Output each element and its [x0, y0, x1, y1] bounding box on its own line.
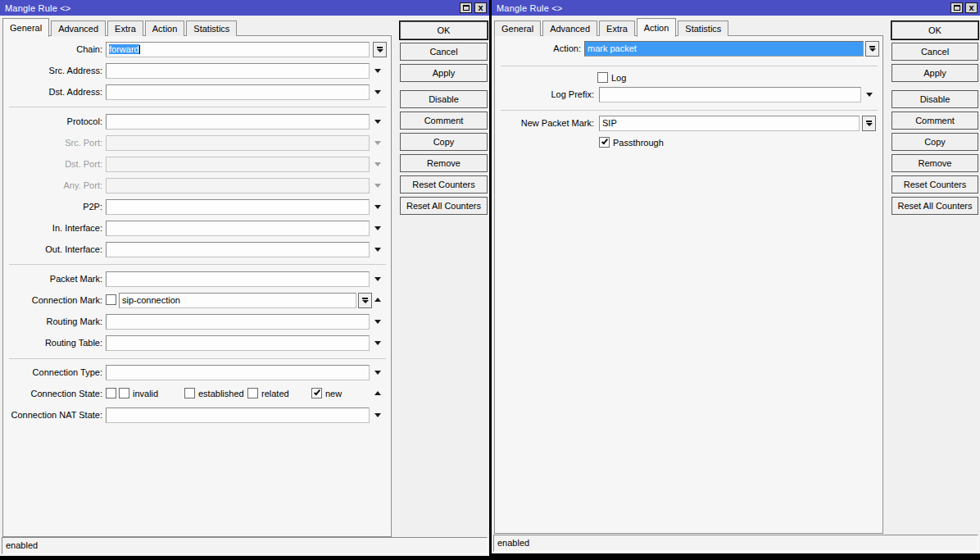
- dst-address-input[interactable]: [106, 84, 370, 100]
- maximize-button[interactable]: [951, 2, 963, 13]
- connection-state-new-checkbox[interactable]: [311, 388, 322, 398]
- connection-nat-state-input[interactable]: [106, 407, 370, 423]
- remove-button[interactable]: Remove: [892, 154, 978, 172]
- tab-statistics[interactable]: Statistics: [678, 20, 728, 36]
- log-prefix-input[interactable]: [599, 87, 861, 102]
- connection-type-input[interactable]: [106, 365, 370, 380]
- apply-button[interactable]: Apply: [400, 64, 488, 82]
- log-checkbox[interactable]: [597, 72, 608, 83]
- dst-port-row: Dst. Port:: [3, 157, 391, 172]
- tab-action[interactable]: Action: [145, 20, 185, 36]
- connection-mark-dropdown-button[interactable]: [358, 293, 372, 308]
- cancel-button[interactable]: Cancel: [400, 43, 488, 61]
- tab-extra[interactable]: Extra: [107, 20, 143, 36]
- any-port-row: Any. Port:: [3, 178, 391, 193]
- connection-state-not-checkbox[interactable]: [106, 388, 116, 398]
- section-divider: [9, 264, 386, 265]
- chevron-down-icon[interactable]: [374, 277, 381, 281]
- protocol-input[interactable]: [106, 114, 370, 130]
- chevron-down-icon[interactable]: [374, 226, 381, 230]
- connection-mark-not-checkbox[interactable]: [106, 294, 116, 305]
- chevron-down-icon[interactable]: [374, 320, 381, 324]
- ok-button[interactable]: OK: [892, 21, 978, 39]
- cancel-button[interactable]: Cancel: [892, 43, 978, 61]
- connection-state-established-checkbox[interactable]: [184, 388, 195, 398]
- text-caret: [139, 45, 140, 54]
- reset-counters-button[interactable]: Reset Counters: [400, 175, 488, 193]
- chevron-down-icon: [374, 162, 381, 166]
- comment-button[interactable]: Comment: [400, 112, 488, 130]
- routing-table-input[interactable]: [106, 335, 370, 351]
- section-divider: [501, 110, 878, 111]
- titlebar[interactable]: Mangle Rule <> x: [0, 0, 489, 16]
- new-packet-mark-dropdown-button[interactable]: [862, 116, 876, 131]
- in-interface-input[interactable]: [106, 221, 370, 236]
- chevron-down-icon[interactable]: [374, 248, 381, 252]
- apply-button[interactable]: Apply: [892, 64, 978, 82]
- tab-action[interactable]: Action: [637, 18, 677, 37]
- p2p-input[interactable]: [106, 199, 370, 215]
- src-address-input[interactable]: [106, 63, 370, 79]
- chevron-up-icon[interactable]: [374, 298, 381, 302]
- disable-button[interactable]: Disable: [400, 90, 488, 108]
- copy-button[interactable]: Copy: [892, 133, 978, 151]
- chain-label: Chain:: [3, 44, 102, 54]
- chevron-down-icon[interactable]: [374, 69, 381, 73]
- status-bar: enabled: [2, 537, 488, 554]
- tab-statistics[interactable]: Statistics: [186, 20, 237, 36]
- tab-extra[interactable]: Extra: [599, 20, 635, 36]
- chevron-down-icon[interactable]: [374, 120, 381, 124]
- tab-general[interactable]: General: [2, 18, 49, 37]
- tab-advanced[interactable]: Advanced: [542, 20, 597, 36]
- chevron-up-icon[interactable]: [374, 391, 381, 395]
- packet-mark-input[interactable]: [106, 271, 370, 287]
- close-button[interactable]: x: [965, 2, 978, 13]
- passthrough-checkbox[interactable]: [599, 137, 610, 148]
- reset-all-counters-button[interactable]: Reset All Counters: [400, 197, 488, 215]
- src-port-row: Src. Port:: [3, 135, 391, 151]
- connection-state-invalid-checkbox[interactable]: [119, 388, 129, 398]
- chevron-down-icon[interactable]: [374, 90, 381, 94]
- tab-general[interactable]: General: [494, 20, 541, 36]
- connection-nat-state-label: Connection NAT State:: [3, 410, 102, 420]
- copy-button[interactable]: Copy: [400, 133, 488, 151]
- p2p-row: P2P:: [3, 199, 391, 215]
- chain-dropdown-button[interactable]: [373, 42, 387, 57]
- out-interface-input[interactable]: [106, 242, 370, 257]
- reset-all-counters-button[interactable]: Reset All Counters: [892, 197, 978, 215]
- connection-state-related-checkbox[interactable]: [247, 388, 258, 398]
- close-icon: x: [969, 4, 973, 11]
- action-tab-panel: Action: mark packet Log Log Prefix: New …: [494, 35, 883, 534]
- any-port-label: Any. Port:: [3, 180, 102, 190]
- chevron-down-icon[interactable]: [374, 371, 381, 375]
- chevron-down-icon: [377, 49, 383, 52]
- section-divider: [9, 107, 386, 107]
- chain-input[interactable]: forward: [106, 42, 370, 57]
- chevron-down-icon: [374, 141, 381, 145]
- action-dropdown-button[interactable]: [865, 41, 879, 57]
- chevron-down-icon[interactable]: [374, 205, 381, 209]
- disable-button[interactable]: Disable: [892, 90, 978, 108]
- chevron-down-icon[interactable]: [374, 341, 381, 345]
- protocol-row: Protocol:: [3, 114, 391, 130]
- log-label: Log: [611, 73, 626, 83]
- new-packet-mark-input[interactable]: SIP: [599, 116, 860, 131]
- action-input[interactable]: mark packet: [584, 41, 864, 57]
- connection-mark-input[interactable]: sip-connection: [119, 293, 356, 308]
- close-button[interactable]: x: [474, 2, 487, 13]
- chevron-down-icon[interactable]: [866, 93, 873, 97]
- chevron-down-icon[interactable]: [374, 413, 381, 417]
- ok-button[interactable]: OK: [400, 21, 488, 39]
- close-icon: x: [478, 4, 483, 11]
- src-port-label: Src. Port:: [3, 138, 102, 148]
- routing-mark-input[interactable]: [106, 314, 370, 330]
- tab-advanced[interactable]: Advanced: [51, 20, 106, 36]
- reset-counters-button[interactable]: Reset Counters: [892, 175, 978, 193]
- remove-button[interactable]: Remove: [400, 154, 488, 172]
- connection-mark-row: Connection Mark: sip-connection: [3, 293, 391, 308]
- comment-button[interactable]: Comment: [892, 112, 978, 130]
- titlebar[interactable]: Mangle Rule <> x: [492, 0, 980, 16]
- src-address-label: Src. Address:: [3, 66, 102, 75]
- passthrough-row: Passthrough: [495, 135, 882, 151]
- maximize-button[interactable]: [460, 2, 472, 13]
